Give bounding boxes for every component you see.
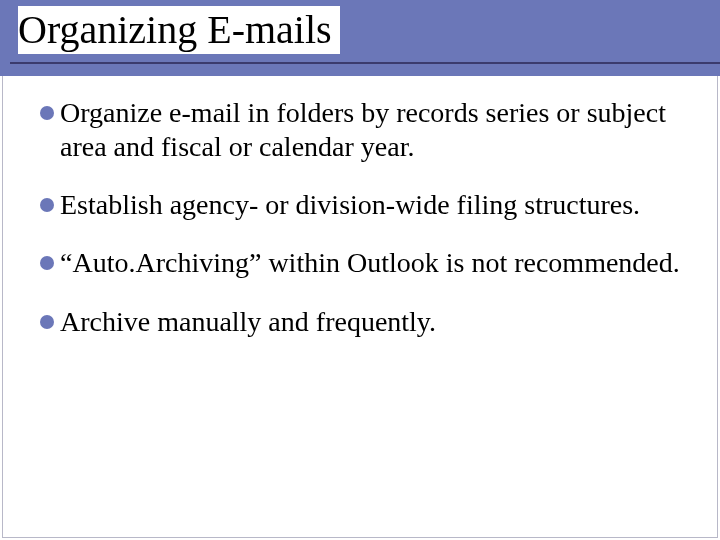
- bullet-text: “Auto.Archiving” within Outlook is not r…: [60, 246, 680, 280]
- list-item: Archive manually and frequently.: [40, 305, 680, 339]
- bullet-icon: [40, 106, 54, 120]
- list-item: “Auto.Archiving” within Outlook is not r…: [40, 246, 680, 280]
- bullet-icon: [40, 256, 54, 270]
- list-item: Establish agency- or division-wide filin…: [40, 188, 680, 222]
- bullet-text: Organize e-mail in folders by records se…: [60, 96, 680, 164]
- bullet-text: Archive manually and frequently.: [60, 305, 680, 339]
- header-underline: [10, 62, 720, 64]
- bullet-text: Establish agency- or division-wide filin…: [60, 188, 680, 222]
- bullet-icon: [40, 198, 54, 212]
- slide-content: Organize e-mail in folders by records se…: [40, 96, 680, 363]
- slide-title: Organizing E-mails: [18, 6, 340, 54]
- bullet-icon: [40, 315, 54, 329]
- list-item: Organize e-mail in folders by records se…: [40, 96, 680, 164]
